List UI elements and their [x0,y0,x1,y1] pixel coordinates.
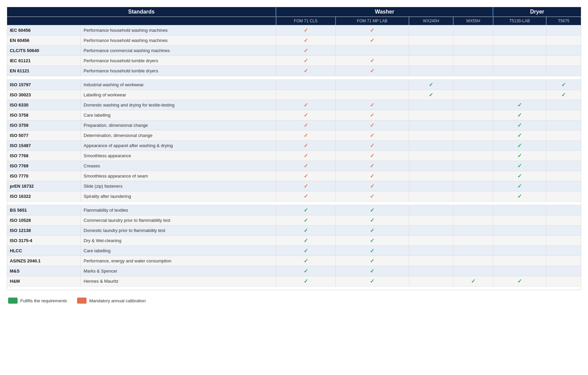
std-desc: Dry & Wet-cleaning [81,236,276,246]
cell-wx55h [453,131,493,141]
cell-fom71mplab: ✓ [335,256,409,266]
std-desc: Performance commercial washing machines [81,46,276,56]
cell-t5675 [546,205,581,215]
cell-t5675 [546,256,581,266]
cell-t5675 [546,110,581,120]
legend-green-box [8,298,18,304]
std-code: ISO 16322 [7,191,81,202]
check-green: ✓ [304,258,308,264]
table-row: ISO 3759 Preparation, dimensional change… [7,120,581,131]
table-row: ISO 15487 Appearance of apparel after wa… [7,141,581,151]
check-orange: ✓ [304,48,308,53]
cell-t5130 [493,236,546,246]
cell-wx240h [409,131,453,141]
std-desc: Spirality after laundering [81,191,276,202]
check-green: ✓ [370,258,374,264]
cell-t5675 [546,246,581,256]
check-orange: ✓ [304,183,308,189]
legend-green-label: Fullfils the requirements [20,298,67,303]
cell-wx55h [453,236,493,246]
table-row: EN 60456 Performance household washing m… [7,36,581,46]
cell-wx240h [409,191,453,202]
check-green: ✓ [370,217,374,223]
cell-t5130 [493,46,546,56]
table-row: ISO 7770 Smoothless appearance of seam ✓… [7,171,581,181]
cell-wx55h [453,66,493,76]
cell-fom71cls: ✓ [276,100,335,110]
cell-fom71mplab: ✓ [335,56,409,66]
std-desc: Marks & Spencer [81,266,276,276]
table-row: ISO 10528 Commercial laundry prior to fl… [7,215,581,226]
table-row: IEC 60456 Performance household washing … [7,25,581,36]
cell-wx55h [453,90,493,100]
col-fom71cls: FOM 71 CLS [276,17,335,25]
std-desc: Domestic laundry prior to flammability t… [81,226,276,236]
dryer-header: Dryer [493,7,581,17]
std-desc: Performance household washing machines [81,25,276,36]
check-green: ✓ [517,173,522,179]
table-row: ISO 30023 Labelling of workwear ✓ ✓ [7,90,581,100]
std-desc: Hennes & Mauritz [81,276,276,286]
legend-orange: Mandatory annual calibration [77,298,146,304]
cell-fom71cls: ✓ [276,25,335,36]
cell-t5130: ✓ [493,141,546,151]
cell-fom71cls: ✓ [276,171,335,181]
cell-wx55h [453,171,493,181]
cell-wx55h [453,25,493,36]
legend: Fullfils the requirements Mandatory annu… [7,295,581,306]
table-row: ISO 7769 Creases ✓ ✓ ✓ [7,161,581,171]
std-desc: Preparation, dimensional change [81,120,276,131]
std-code: AS/NZS 2040.1 [7,256,81,266]
check-green: ✓ [370,228,374,233]
std-desc: Flammability of textiles [81,205,276,215]
check-orange: ✓ [370,193,374,199]
cell-wx240h [409,171,453,181]
washer-header: Washer [276,7,493,17]
cell-wx55h [453,191,493,202]
check-orange: ✓ [370,153,374,159]
cell-t5675 [546,181,581,191]
table-row: ISO 6330 Domestic washing and drying for… [7,100,581,110]
standards-table: Standards Washer Dryer FOM 71 CLS FOM 71… [7,7,581,290]
table-row: M&S Marks & Spencer ✓ ✓ [7,266,581,276]
check-green: ✓ [517,143,522,148]
cell-t5130: ✓ [493,110,546,120]
table-row: ISO 7768 Smoothless appearance ✓ ✓ ✓ [7,151,581,161]
col-fom71mplab: FOM 71 MP LAB [335,17,409,25]
cell-fom71cls: ✓ [276,181,335,191]
cell-wx55h [453,120,493,131]
legend-orange-box [77,298,87,304]
cell-fom71mplab: ✓ [335,191,409,202]
std-code: ISO 30023 [7,90,81,100]
check-orange: ✓ [304,153,308,159]
cell-fom71cls: ✓ [276,236,335,246]
cell-t5130: ✓ [493,161,546,171]
std-code: ISO 3175-4 [7,236,81,246]
cell-fom71mplab [335,80,409,90]
cell-t5675: ✓ [546,90,581,100]
check-green: ✓ [370,207,374,213]
cell-t5675 [546,131,581,141]
std-desc: Industrial washing of workwear [81,80,276,90]
check-orange: ✓ [370,58,374,64]
check-orange: ✓ [370,133,374,138]
cell-wx240h [409,256,453,266]
cell-fom71mplab: ✓ [335,205,409,215]
check-green: ✓ [304,278,308,284]
cell-wx240h [409,110,453,120]
cell-fom71cls: ✓ [276,266,335,276]
cell-fom71mplab: ✓ [335,226,409,236]
cell-fom71cls: ✓ [276,256,335,266]
check-orange: ✓ [304,68,308,74]
cell-t5675 [546,161,581,171]
cell-fom71cls: ✓ [276,66,335,76]
check-orange: ✓ [370,112,374,118]
cell-fom71cls: ✓ [276,226,335,236]
check-green: ✓ [561,82,566,88]
cell-t5675 [546,141,581,151]
cell-t5130 [493,90,546,100]
cell-fom71mplab [335,46,409,56]
cell-fom71mplab: ✓ [335,131,409,141]
std-desc: Creases [81,161,276,171]
check-green: ✓ [429,92,433,98]
